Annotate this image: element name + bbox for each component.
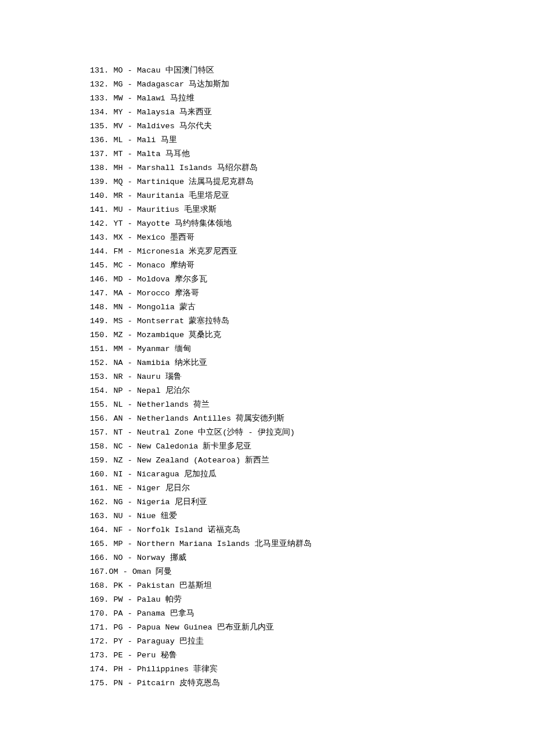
list-item: 143. MX - Mexico 墨西哥 [90,231,534,245]
list-item: 135. MV - Maldives 马尔代夫 [90,120,534,133]
list-item: 133. MW - Malawi 马拉维 [90,92,534,106]
list-item: 174. PH - Philippines 菲律宾 [90,663,534,677]
list-item: 173. PE - Peru 秘鲁 [90,649,534,663]
list-item: 137. MT - Malta 马耳他 [90,147,534,161]
list-item: 149. MS - Montserrat 蒙塞拉特岛 [90,314,534,328]
list-item: 163. NU - Niue 纽爱 [90,509,534,523]
list-item: 152. NA - Namibia 纳米比亚 [90,356,534,370]
list-item: 145. MC - Monaco 摩纳哥 [90,259,534,273]
list-item: 172. PY - Paraguay 巴拉圭 [90,635,534,649]
list-item: 169. PW - Palau 帕劳 [90,593,534,607]
list-item: 165. MP - Northern Mariana Islands 北马里亚纳… [90,537,534,551]
list-item: 148. MN - Mongolia 蒙古 [90,301,534,314]
list-item: 166. NO - Norway 挪威 [90,551,534,565]
list-item: 160. NI - Nicaragua 尼加拉瓜 [90,468,534,482]
list-item: 146. MD - Moldova 摩尔多瓦 [90,273,534,287]
list-item: 147. MA - Morocco 摩洛哥 [90,287,534,301]
list-item: 153. NR - Nauru 瑙鲁 [90,370,534,384]
list-item: 159. NZ - New Zealand (Aotearoa) 新西兰 [90,454,534,468]
list-item: 142. YT - Mayotte 马约特集体领地 [90,217,534,231]
list-item: 171. PG - Papua New Guinea 巴布亚新几内亚 [90,621,534,635]
list-item: 151. MM - Myanmar 缅甸 [90,342,534,356]
list-item: 164. NF - Norfolk Island 诺福克岛 [90,523,534,537]
list-item: 150. MZ - Mozambique 莫桑比克 [90,328,534,342]
list-item: 175. PN - Pitcairn 皮特克恩岛 [90,677,534,690]
list-item: 158. NC - New Caledonia 新卡里多尼亚 [90,440,534,454]
list-item: 136. ML - Mali 马里 [90,133,534,147]
list-item: 168. PK - Pakistan 巴基斯坦 [90,579,534,593]
list-item: 161. NE - Niger 尼日尔 [90,482,534,495]
list-item: 140. MR - Mauritania 毛里塔尼亚 [90,189,534,203]
list-item: 167.OM - Oman 阿曼 [90,565,534,579]
list-item: 154. NP - Nepal 尼泊尔 [90,384,534,398]
list-item: 132. MG - Madagascar 马达加斯加 [90,78,534,92]
list-item: 134. MY - Malaysia 马来西亚 [90,106,534,120]
list-item: 157. NT - Neutral Zone 中立区(沙特 - 伊拉克间) [90,426,534,440]
list-item: 141. MU - Mauritius 毛里求斯 [90,203,534,217]
list-item: 162. NG - Nigeria 尼日利亚 [90,495,534,509]
list-item: 139. MQ - Martinique 法属马提尼克群岛 [90,175,534,189]
list-item: 131. MO - Macau 中国澳门特区 [90,64,534,78]
list-item: 155. NL - Netherlands 荷兰 [90,398,534,412]
list-item: 156. AN - Netherlands Antilles 荷属安德列斯 [90,412,534,426]
list-item: 144. FM - Micronesia 米克罗尼西亚 [90,245,534,259]
list-item: 138. MH - Marshall Islands 马绍尔群岛 [90,161,534,175]
country-code-list: 131. MO - Macau 中国澳门特区132. MG - Madagasc… [0,0,534,690]
list-item: 170. PA - Panama 巴拿马 [90,607,534,621]
